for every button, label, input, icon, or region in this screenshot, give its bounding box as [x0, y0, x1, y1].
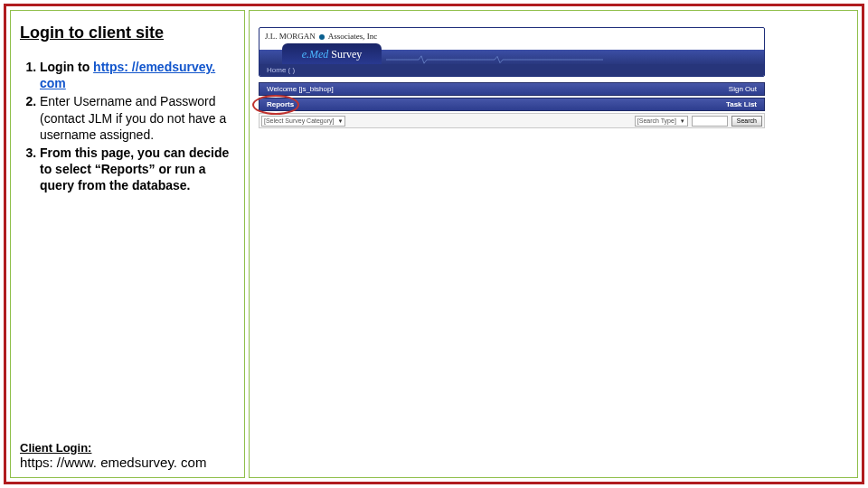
- search-input[interactable]: [692, 116, 728, 127]
- step-3-text: From this page, you can decide to select…: [40, 145, 229, 192]
- tab-emed-text: e.Med: [302, 48, 329, 61]
- home-breadcrumb[interactable]: Home ( ): [259, 64, 764, 76]
- tasklist-link[interactable]: Task List: [726, 100, 757, 108]
- app-header: J.L. MORGAN Associates, Inc e.Med Survey: [259, 27, 765, 77]
- company-logo: J.L. MORGAN Associates, Inc: [265, 32, 377, 41]
- emed-survey-tab[interactable]: e.Med Survey: [282, 43, 382, 66]
- chevron-down-icon: ▼: [337, 118, 343, 124]
- screenshot-pane: J.L. MORGAN Associates, Inc e.Med Survey: [249, 10, 858, 478]
- category-select-value: [Select Survey Category]: [264, 117, 334, 124]
- search-toolbar: [Select Survey Category] ▼ [Search Type]…: [259, 113, 765, 128]
- step-list: Login to https: //emedsurvey. com Enter …: [20, 59, 235, 441]
- step-3: From this page, you can decide to select…: [40, 145, 235, 194]
- footer-url: https: //www. emedsurvey. com: [20, 455, 235, 470]
- welcome-text: Welcome [js_bishop]: [267, 85, 334, 93]
- category-select[interactable]: [Select Survey Category] ▼: [261, 116, 345, 127]
- logo-dot-icon: [319, 34, 325, 40]
- step-2-text: Enter Username and Password (contact JLM…: [40, 94, 226, 141]
- footer-block: Client Login: https: //www. emedsurvey. …: [20, 441, 235, 470]
- step-1: Login to https: //emedsurvey. com: [40, 59, 235, 91]
- step-2: Enter Username and Password (contact JLM…: [40, 93, 235, 143]
- page-title: Login to client site: [20, 23, 235, 42]
- logo-part-b: Associates, Inc: [328, 32, 377, 41]
- reports-label[interactable]: Reports: [267, 100, 294, 108]
- search-button[interactable]: Search: [731, 116, 762, 127]
- chevron-down-icon: ▼: [680, 118, 685, 124]
- search-type-select[interactable]: [Search Type] ▼: [635, 116, 688, 127]
- logo-part-a: J.L. MORGAN: [265, 32, 316, 41]
- signout-link[interactable]: Sign Out: [729, 85, 757, 93]
- search-type-value: [Search Type]: [637, 117, 676, 124]
- tab-survey-text: Survey: [328, 48, 362, 61]
- app-screenshot: J.L. MORGAN Associates, Inc e.Med Survey: [259, 27, 765, 128]
- step-1-text: Login to: [40, 60, 93, 74]
- footer-label: Client Login:: [20, 441, 235, 455]
- reports-bar: Reports Task List: [259, 98, 765, 111]
- welcome-bar: Welcome [js_bishop] Sign Out: [259, 82, 765, 96]
- instructions-pane: Login to client site Login to https: //e…: [10, 10, 245, 478]
